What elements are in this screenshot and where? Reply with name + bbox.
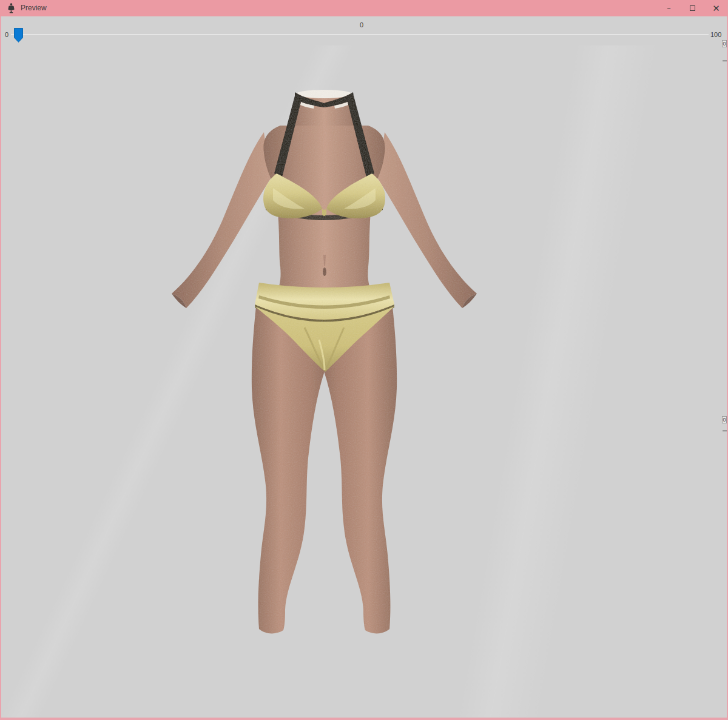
3d-viewport[interactable] [1, 45, 727, 718]
preview-window: Preview – ✕ 0 0 100 [0, 0, 728, 720]
avatar-navel [323, 267, 326, 276]
avatar-arm-right [375, 132, 477, 308]
avatar-arm-left [172, 132, 274, 308]
clipped-control-mark [723, 60, 727, 62]
avatar-figure [1, 0, 727, 720]
clipped-control-mark [723, 430, 727, 432]
clipped-control-artifact: 0 [722, 416, 727, 423]
clipped-control-artifact: 0 [722, 40, 727, 47]
avatar-body [172, 90, 477, 633]
